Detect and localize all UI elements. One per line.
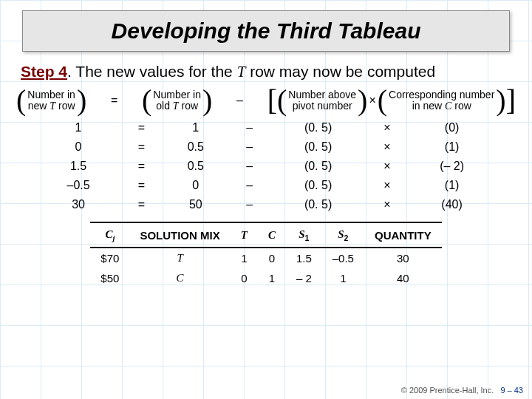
cell-times: × <box>366 137 408 157</box>
cell-times: × <box>366 176 408 195</box>
cell-times: × <box>366 157 408 176</box>
cell-t: 0 <box>231 268 258 288</box>
cell-c: 1 <box>258 268 286 288</box>
cell-s1: – 2 <box>286 268 322 288</box>
cell-above: (0. 5) <box>270 176 366 195</box>
copyright: © 2009 Prentice-Hall, Inc. <box>401 386 494 395</box>
cell-minus: – <box>229 137 270 157</box>
formula-above-l1: Number above <box>288 89 356 100</box>
col-s2: S2 <box>322 222 364 248</box>
cell-corr: (1) <box>408 176 496 195</box>
footer: © 2009 Prentice-Hall, Inc. 9 – 43 <box>401 386 523 395</box>
cell-new: 0 <box>36 137 120 157</box>
cell-sm: T <box>129 248 230 268</box>
cell-above: (0. 5) <box>270 118 366 137</box>
bracket-open-icon: [ <box>267 89 277 112</box>
cell-old: 0 <box>163 176 230 195</box>
step-paragraph: Step 4. The new values for the T row may… <box>21 62 511 81</box>
formula-old: ( Number in old T row ) <box>142 89 212 112</box>
col-t: T <box>231 222 258 248</box>
formula-row: ( Number in new T row ) = ( Number in ol… <box>16 89 516 112</box>
slide-content: Developing the Third Tableau Step 4. The… <box>0 0 532 288</box>
step-var: T <box>237 63 246 81</box>
cell-new: 1 <box>36 118 120 137</box>
cell-minus: – <box>229 176 270 195</box>
step-text-a: The new values for the <box>72 63 237 80</box>
cell-s2: –0.5 <box>322 248 364 268</box>
cell-t: 1 <box>231 248 258 268</box>
cell-times: × <box>366 195 408 214</box>
cell-old: 0.5 <box>163 157 230 176</box>
formula-above-l2: pivot number <box>288 100 356 112</box>
cell-corr: (40) <box>408 195 496 214</box>
cell-above: (0. 5) <box>270 195 366 214</box>
cell-sm: C <box>129 268 230 288</box>
cell-above: (0. 5) <box>270 157 366 176</box>
table-header-row: Cj SOLUTION MIX T C S1 S2 QUANTITY <box>90 222 441 248</box>
cell-cj: $70 <box>90 248 129 268</box>
title-box: Developing the Third Tableau <box>22 10 510 52</box>
cell-old: 50 <box>163 195 230 214</box>
formula-new-l2: new T row <box>27 100 75 112</box>
bracket-close-icon: ) <box>202 89 212 112</box>
cell-new: 1.5 <box>36 157 120 176</box>
table-row: 1.5=0.5–(0. 5)×(– 2) <box>36 157 496 176</box>
cell-qty: 30 <box>364 248 442 268</box>
step-text-b: row may now be computed <box>245 63 435 80</box>
cell-corr: (– 2) <box>408 157 496 176</box>
cell-c: 0 <box>258 248 286 268</box>
table-row: 30=50–(0. 5)×(40) <box>36 195 496 214</box>
bracket-open-icon: ( <box>378 89 387 112</box>
cell-s2: 1 <box>322 268 364 288</box>
cell-eq: = <box>120 176 162 195</box>
minus-op: – <box>235 94 245 107</box>
page-number: 9 – 43 <box>500 386 523 395</box>
cell-eq: = <box>120 118 162 137</box>
cell-old: 1 <box>163 118 230 137</box>
col-s1: S1 <box>286 222 322 248</box>
cell-corr: (0) <box>408 118 496 137</box>
bracket-open-icon: ( <box>277 89 287 112</box>
cell-corr: (1) <box>408 137 496 157</box>
slide-title: Developing the Third Tableau <box>36 18 496 44</box>
formula-above-corr: [( Number above pivot number ) × ( Corre… <box>267 89 516 112</box>
solution-mix-table: Cj SOLUTION MIX T C S1 S2 QUANTITY $70T1… <box>90 222 441 288</box>
cell-minus: – <box>229 157 270 176</box>
cell-minus: – <box>229 118 270 137</box>
formula-corr-l1: Corresponding number <box>389 89 494 100</box>
cell-new: 30 <box>36 195 120 214</box>
bracket-open-icon: ( <box>142 89 151 112</box>
col-c: C <box>258 222 286 248</box>
cell-s1: 1.5 <box>286 248 322 268</box>
cell-minus: – <box>229 195 270 214</box>
col-solution-mix: SOLUTION MIX <box>129 222 230 248</box>
col-cj: Cj <box>90 222 129 248</box>
bracket-close-icon: ) <box>496 89 505 112</box>
col-quantity: QUANTITY <box>364 222 442 248</box>
bracket-close-icon: ) <box>77 89 86 112</box>
table-row: 1=1–(0. 5)×(0) <box>36 118 496 137</box>
equals-op: = <box>109 94 119 107</box>
step-label: Step 4 <box>21 63 67 80</box>
formula-new: ( Number in new T row ) <box>16 89 86 112</box>
cell-qty: 40 <box>364 268 442 288</box>
formula-corr-l2: in new C row <box>389 100 494 112</box>
cell-times: × <box>366 118 408 137</box>
cell-eq: = <box>120 157 162 176</box>
formula-new-l1: Number in <box>27 89 75 100</box>
cell-cj: $50 <box>90 268 129 288</box>
cell-old: 0.5 <box>163 137 230 157</box>
table-row: –0.5=0–(0. 5)×(1) <box>36 176 496 195</box>
table-row: 0=0.5–(0. 5)×(1) <box>36 137 496 157</box>
times-op: × <box>367 94 377 107</box>
formula-old-l1: Number in <box>153 89 201 100</box>
formula-old-l2: old T row <box>153 100 201 112</box>
bracket-close-icon: ] <box>506 89 516 112</box>
table-row: $70T101.5–0.530 <box>90 248 441 268</box>
calculation-table: 1=1–(0. 5)×(0)0=0.5–(0. 5)×(1)1.5=0.5–(0… <box>36 118 496 214</box>
cell-eq: = <box>120 137 162 157</box>
cell-new: –0.5 <box>36 176 120 195</box>
bracket-open-icon: ( <box>16 89 26 112</box>
cell-above: (0. 5) <box>270 137 366 157</box>
table-row: $50C01– 2140 <box>90 268 441 288</box>
